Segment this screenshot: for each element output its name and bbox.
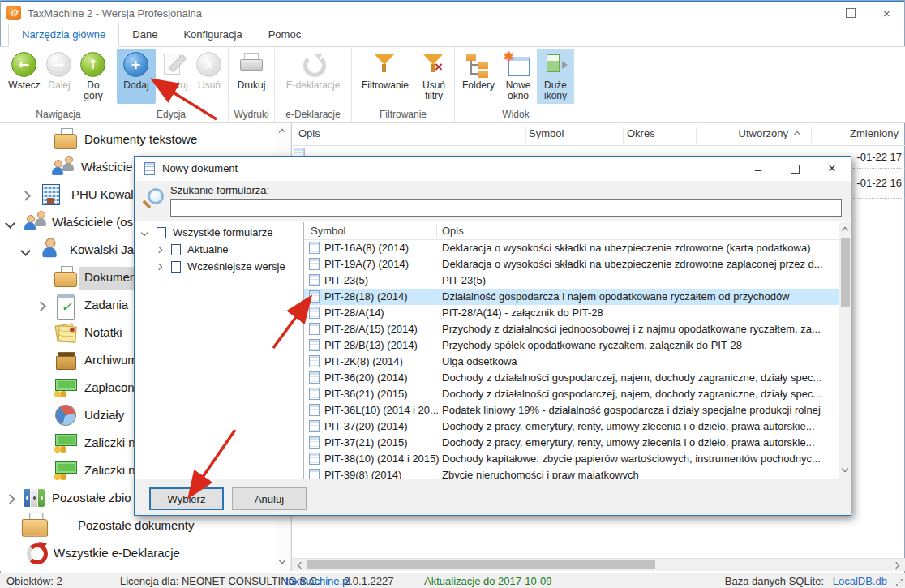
- scrollbar-thumb[interactable]: [307, 560, 655, 569]
- scroll-up-icon[interactable]: [279, 129, 285, 135]
- chevron-down-icon[interactable]: [20, 246, 31, 256]
- ribbon-button-foldery[interactable]: Foldery: [457, 49, 500, 104]
- status-website-link[interactable]: taxmachine.pl: [285, 575, 350, 587]
- form-row[interactable]: PIT-39(8) (2014)Zbycie nieruchomości i p…: [304, 467, 839, 479]
- form-row[interactable]: PIT-28/A(14)PIT-28/A(14) - załącznik do …: [304, 305, 839, 321]
- dialog-search-area: Szukanie formularza:: [135, 181, 851, 221]
- form-row[interactable]: PIT-2K(8) (2014)Ulga odsetkowa: [304, 354, 839, 370]
- money-icon: [54, 459, 78, 482]
- ribbon-button-e-deklaracje[interactable]: E-deklaracje: [277, 49, 349, 104]
- search-input[interactable]: [170, 199, 842, 217]
- tree-item-aktualne[interactable]: Aktualne: [135, 242, 303, 259]
- tab-narzedzia-glowne[interactable]: Narzędzia główne: [8, 24, 119, 47]
- select-button[interactable]: Wybierz: [149, 487, 224, 510]
- column-separator: [696, 127, 697, 143]
- ribbon-group-label: Widok: [457, 109, 574, 122]
- status-update-link[interactable]: Aktualizacje do 2017-10-09: [424, 575, 552, 587]
- ribbon-button-nowe-okno[interactable]: Nowe okno: [500, 49, 537, 104]
- form-row-selected[interactable]: PIT-28(18) (2014)Działalność gospodarcza…: [304, 289, 839, 305]
- form-row[interactable]: PIT-38(10) (2014 i 2015)Dochody kapitało…: [304, 451, 839, 467]
- row-separator: [853, 168, 905, 169]
- table-horizontal-scrollbar[interactable]: [292, 558, 905, 571]
- form-row[interactable]: PIT-19A(7) (2014)Deklaracja o wysokości …: [304, 256, 839, 273]
- tree-item-wszystkie-formularze[interactable]: Wszystkie formularze: [135, 225, 303, 242]
- column-header-okres[interactable]: Okres: [627, 127, 655, 139]
- ribbon-group-label: Filtrowanie: [354, 109, 452, 122]
- table-rows-visible-strip: -01-22 17 -01-22 16: [853, 146, 905, 211]
- scroll-right-icon[interactable]: [893, 562, 899, 569]
- dialog-titlebar[interactable]: Nowy dokument – ×: [135, 157, 851, 181]
- print-icon: [238, 52, 265, 78]
- form-row[interactable]: PIT-37(20) (2014)Dochody z pracy, emeryt…: [304, 418, 839, 435]
- scroll-up-icon[interactable]: [842, 227, 848, 234]
- folder-doc-icon: [54, 266, 78, 289]
- documents-table-header: Opis Symbol Okres Utworzony Zmieniony: [292, 123, 905, 146]
- ribbon-button-duze-ikony[interactable]: Duże ikony: [537, 49, 574, 104]
- ribbon-button-edytuj[interactable]: Edytuj: [156, 49, 193, 104]
- tab-pomoc[interactable]: Pomoc: [255, 24, 314, 46]
- column-separator: [525, 127, 526, 143]
- ribbon-button-usun[interactable]: × Usuń: [193, 49, 225, 104]
- form-row[interactable]: PIT-36L(10) (2014 i 20...Podatek liniowy…: [304, 402, 839, 418]
- sidebar-item-wszystkie-edeklaracje[interactable]: Wszystkie e-Deklaracje: [0, 540, 276, 568]
- scroll-left-icon[interactable]: [298, 562, 304, 569]
- ribbon-button-do-gory[interactable]: ↑ Do góry: [75, 49, 111, 104]
- tab-dane[interactable]: Dane: [119, 24, 170, 46]
- dialog-minimize-button[interactable]: –: [744, 158, 772, 179]
- chevron-right-icon[interactable]: [156, 247, 162, 253]
- sidebar-item-label: Właściciele (os: [52, 215, 133, 229]
- gear-app-icon: ⚙: [6, 6, 21, 20]
- tree-item-wczesniejsze-wersje[interactable]: Wcześniejsze wersje: [135, 259, 303, 276]
- ribbon-button-dalej[interactable]: → Dalej: [43, 49, 75, 104]
- people-icon: [23, 211, 47, 234]
- minimize-button[interactable]: –: [796, 2, 832, 24]
- sidebar-item-label: Zaliczki n: [84, 436, 135, 449]
- ribbon-button-usun-filtry[interactable]: × Usuń filtry: [416, 49, 452, 104]
- chevron-down-icon[interactable]: [5, 218, 15, 229]
- ribbon-button-drukuj[interactable]: Drukuj: [231, 49, 272, 104]
- ribbon-button-wstecz[interactable]: ← Wstecz: [6, 49, 43, 104]
- document-icon: [144, 162, 155, 175]
- sidebar-item-label: Wszystkie e-Deklaracje: [54, 546, 180, 560]
- list-column-opis[interactable]: Opis: [442, 225, 464, 237]
- form-row[interactable]: PIT-28/B(13) (2014)Przychody spółek opod…: [304, 337, 839, 354]
- ribbon-group-label: e-Deklaracje: [277, 109, 349, 122]
- chevron-down-icon[interactable]: [141, 230, 148, 236]
- scroll-down-icon[interactable]: [279, 557, 285, 564]
- form-row[interactable]: PIT-36(21) (2015)Dochody z działalności …: [304, 386, 839, 402]
- close-button[interactable]: ×: [869, 2, 905, 24]
- dialog-close-button[interactable]: ×: [818, 158, 846, 179]
- cancel-button[interactable]: Anuluj: [232, 487, 307, 510]
- chevron-right-icon[interactable]: [20, 191, 31, 201]
- column-header-zmieniony[interactable]: Zmieniony: [814, 127, 899, 139]
- scroll-down-icon[interactable]: [842, 466, 848, 472]
- tree-item-label: Wcześniejsze wersje: [187, 260, 285, 273]
- dialog-footer: Wybierz Anuluj: [135, 479, 851, 515]
- ribbon-button-dodaj[interactable]: + Dodaj: [117, 49, 156, 104]
- form-row[interactable]: PIT-28/A(15) (2014)Przychody z działalno…: [304, 321, 839, 337]
- dialog-maximize-button[interactable]: [781, 158, 808, 179]
- column-header-opis[interactable]: Opis: [298, 127, 320, 139]
- chevron-right-icon[interactable]: [5, 494, 15, 504]
- ribbon-button-filtrowanie[interactable]: Filtrowanie: [354, 49, 416, 104]
- table-row[interactable]: [294, 148, 311, 156]
- form-row[interactable]: PIT-37(21) (2015)Dochody z pracy, emeryt…: [304, 435, 839, 451]
- form-icon: [309, 420, 320, 432]
- maximize-button[interactable]: [832, 2, 869, 24]
- form-row[interactable]: PIT-36(20) (2014)Dochody z działalności …: [304, 370, 839, 386]
- ribbon-group-widok: Foldery Nowe okno Duże ikony Widok: [455, 47, 577, 122]
- tab-konfiguracja[interactable]: Konfiguracja: [170, 24, 255, 46]
- column-header-symbol[interactable]: Symbol: [529, 127, 564, 139]
- list-column-symbol[interactable]: Symbol: [311, 225, 345, 237]
- chevron-right-icon[interactable]: [156, 264, 162, 270]
- chevron-right-icon[interactable]: [36, 301, 46, 311]
- ribbon-group-edeklaracje: E-deklaracje e-Deklaracje: [275, 47, 352, 122]
- form-row[interactable]: PIT-16A(8) (2014)Deklaracja o wysokości …: [304, 240, 839, 256]
- form-list-scrollbar[interactable]: [839, 222, 851, 479]
- sidebar-item-pozostale-dokumenty[interactable]: Pozostałe dokumenty: [0, 513, 276, 540]
- scrollbar-thumb[interactable]: [841, 238, 850, 307]
- sidebar-item-dokumenty-tekstowe[interactable]: Dokumenty tekstowe: [0, 127, 276, 154]
- form-row[interactable]: PIT-23(5)PIT-23(5): [304, 273, 839, 289]
- column-header-utworzony[interactable]: Utworzony: [697, 127, 788, 139]
- resize-grip-icon[interactable]: [895, 578, 903, 586]
